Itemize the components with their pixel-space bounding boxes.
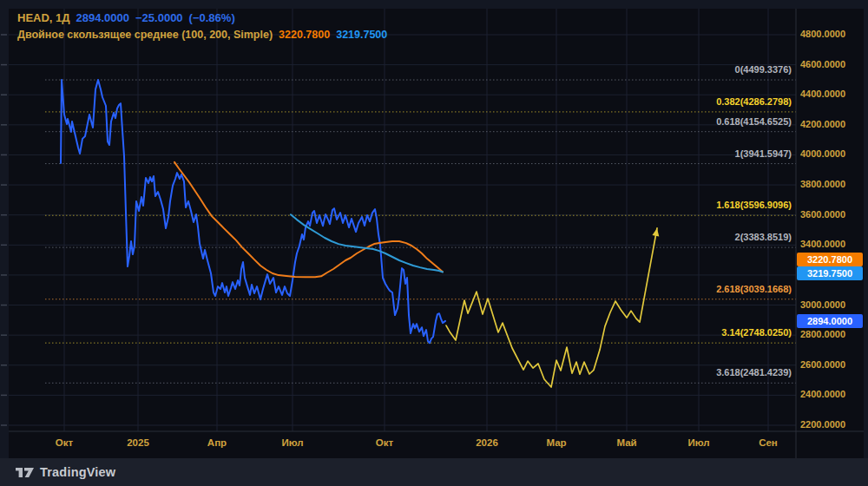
symbol-legend-row: HEAD, 1Д 2894.0000 −25.0000 (−0.86%)	[17, 10, 387, 26]
tradingview-logo[interactable]: TradingView	[16, 465, 115, 479]
time-tick-label: Мар	[529, 437, 584, 448]
price-tick-label: 4200.0000	[800, 119, 845, 129]
time-tick-label: Апр	[189, 437, 245, 448]
price-tick-label: 4600.0000	[800, 59, 845, 69]
price-tick-label: 2200.0000	[800, 419, 845, 430]
time-tick-label: 2026	[459, 437, 515, 448]
tradingview-chart-widget: HEAD, 1Д 2894.0000 −25.0000 (−0.86%) Дво…	[0, 0, 868, 486]
time-tick-label: Сен	[740, 437, 796, 448]
time-tick-label: Окт	[357, 437, 412, 448]
sma100-value: 3220.7800	[279, 29, 330, 41]
price-tick-label: 4800.0000	[800, 29, 845, 39]
price-tick-label: 2800.0000	[800, 329, 845, 339]
price-tick-label: 4000.0000	[800, 148, 845, 159]
time-tick-label: Май	[599, 437, 654, 448]
symbol-title[interactable]: HEAD, 1Д	[17, 11, 70, 24]
last-price-value: 2894.0000	[76, 11, 129, 24]
fib-level-label: 3.14(2748.0250)	[721, 327, 792, 338]
tradingview-logo-text: TradingView	[40, 465, 115, 479]
price-badge: 2894.0000	[797, 314, 863, 328]
footer-toolbar: TradingView	[0, 458, 868, 486]
change-percent-value: (−0.86%)	[189, 11, 235, 24]
fib-level-label: 1.618(3596.9096)	[716, 200, 792, 210]
price-tick-label: 3000.0000	[800, 299, 845, 310]
tradingview-logo-icon	[16, 467, 34, 478]
time-tick-label: Окт	[36, 437, 92, 448]
fib-level-label: 3.618(2481.4239)	[716, 367, 792, 378]
price-tick-label: 3800.0000	[800, 179, 845, 189]
sma200-value: 3219.7500	[336, 29, 387, 41]
fib-level-label: 2.618(3039.1668)	[716, 284, 792, 294]
price-tick-label: 3400.0000	[800, 239, 845, 249]
fib-level-label: 2(3383.8519)	[735, 232, 792, 242]
time-tick-label: 2025	[110, 437, 166, 448]
fib-level-label: 0.618(4154.6525)	[716, 116, 792, 127]
fib-level-label: 0.382(4286.2798)	[716, 96, 792, 107]
price-tick-label: 4400.0000	[800, 89, 845, 99]
time-tick-label: Июл	[265, 437, 320, 448]
fib-level-label: 1(3941.5947)	[735, 148, 792, 159]
price-badge: 3219.7500	[797, 266, 863, 280]
price-tick-label: 3600.0000	[800, 209, 845, 220]
price-tick-label: 2600.0000	[800, 359, 845, 370]
indicator-legend-row: Двойное скользящее среднее (100, 200, Si…	[17, 26, 387, 43]
indicator-title[interactable]: Двойное скользящее среднее (100, 200, Si…	[17, 29, 273, 41]
fib-level-label: 0(4499.3376)	[735, 64, 792, 75]
price-badge: 3220.7800	[797, 253, 863, 266]
price-tick-label: 2400.0000	[800, 389, 845, 399]
change-value: −25.0000	[135, 11, 183, 24]
chart-legend: HEAD, 1Д 2894.0000 −25.0000 (−0.86%) Дво…	[17, 10, 387, 43]
time-tick-label: Июл	[671, 437, 727, 448]
